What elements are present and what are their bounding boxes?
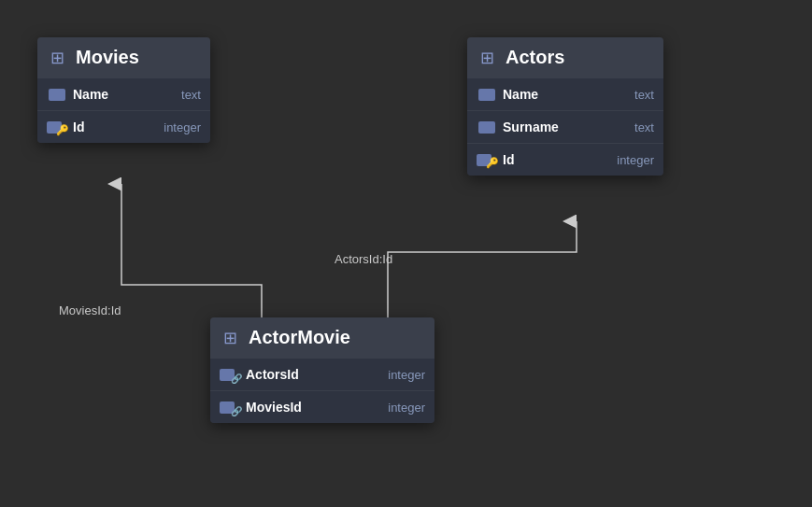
actormovie-table[interactable]: ⊞ ActorMovie 🔗 ActorsId integer 🔗 Movies… <box>210 317 434 423</box>
actors-title: Actors <box>506 47 564 68</box>
actors-table[interactable]: ⊞ Actors Name text Surname text <box>467 37 663 176</box>
movies-name-label: Name <box>73 87 129 102</box>
actors-surname-row[interactable]: Surname text <box>467 110 663 143</box>
movies-id-icon: 🔑 <box>47 119 67 135</box>
actors-body: Name text Surname text 🔑 Id integer <box>467 77 663 176</box>
relation-label-actorsid: ActorsId:Id <box>335 252 392 266</box>
movies-table-icon: ⊞ <box>50 48 64 68</box>
actors-id-label: Id <box>503 152 559 167</box>
actormovie-header: ⊞ ActorMovie <box>210 317 434 358</box>
actors-name-icon <box>477 86 497 103</box>
actors-header: ⊞ Actors <box>467 37 663 77</box>
diagram-canvas: ⊞ Movies Name text 🔑 Id integer <box>0 0 812 507</box>
actors-name-row[interactable]: Name text <box>467 77 663 110</box>
actormovie-actorsid-icon: 🔗 <box>220 366 240 383</box>
actormovie-moviesid-type: integer <box>378 401 425 415</box>
actors-surname-type: text <box>625 120 654 134</box>
movies-name-row[interactable]: Name text <box>37 77 210 110</box>
actormovie-body: 🔗 ActorsId integer 🔗 MoviesId integer <box>210 358 434 423</box>
actors-id-row[interactable]: 🔑 Id integer <box>467 143 663 176</box>
actormovie-actorsid-row[interactable]: 🔗 ActorsId integer <box>210 358 434 390</box>
actors-id-type: integer <box>607 153 654 167</box>
actors-surname-icon <box>477 119 497 135</box>
actors-id-icon: 🔑 <box>477 151 497 168</box>
actors-surname-label: Surname <box>503 120 559 134</box>
actormovie-moviesid-row[interactable]: 🔗 MoviesId integer <box>210 390 434 423</box>
actormovie-actorsid-label: ActorsId <box>246 367 302 382</box>
movies-id-label: Id <box>73 120 129 134</box>
actormovie-actorsid-type: integer <box>378 368 425 382</box>
actormovie-title: ActorMovie <box>249 327 350 348</box>
movies-body: Name text 🔑 Id integer <box>37 77 210 143</box>
actors-name-label: Name <box>503 87 559 102</box>
movies-id-type: integer <box>154 120 201 134</box>
actormovie-moviesid-icon: 🔗 <box>220 399 240 415</box>
actors-name-type: text <box>625 88 654 102</box>
movies-header: ⊞ Movies <box>37 37 210 77</box>
relation-label-moviesid: MoviesId:Id <box>59 303 121 317</box>
movies-name-icon <box>47 86 67 103</box>
movies-title: Movies <box>76 47 139 68</box>
movies-id-row[interactable]: 🔑 Id integer <box>37 110 210 143</box>
movies-table[interactable]: ⊞ Movies Name text 🔑 Id integer <box>37 37 210 143</box>
actormovie-table-icon: ⊞ <box>223 328 237 348</box>
actormovie-moviesid-label: MoviesId <box>246 400 302 415</box>
actors-table-icon: ⊞ <box>480 48 494 68</box>
movies-name-type: text <box>172 88 201 102</box>
